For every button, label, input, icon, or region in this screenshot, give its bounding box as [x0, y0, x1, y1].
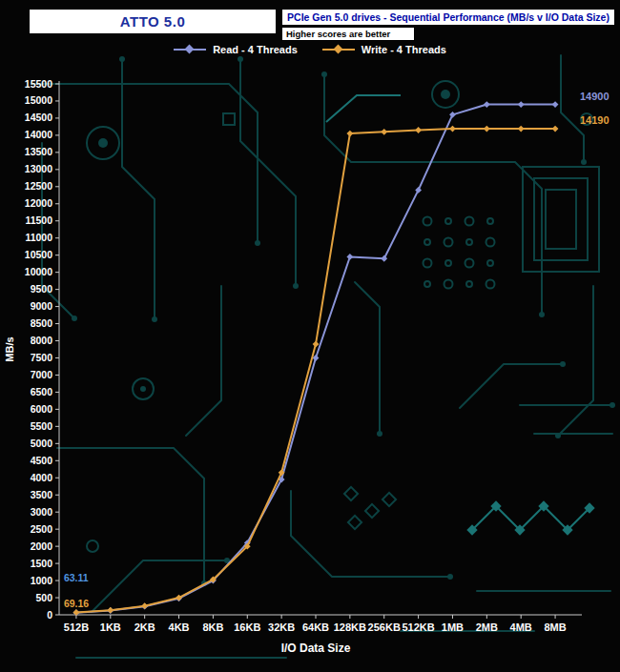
series-read: 63.1114900 [64, 91, 610, 617]
svg-text:1000: 1000 [31, 575, 53, 586]
svg-text:512B: 512B [64, 621, 89, 633]
performance-line-chart: 0500100015002000250030003500400045005000… [0, 0, 620, 672]
svg-text:6500: 6500 [31, 386, 53, 397]
svg-text:9500: 9500 [31, 283, 53, 295]
axis-tick-labels: 0500100015002000250030003500400045005000… [25, 78, 567, 634]
svg-text:2KB: 2KB [134, 621, 155, 633]
end-value-label: 14900 [580, 91, 610, 102]
svg-text:5000: 5000 [31, 438, 53, 449]
svg-text:4KB: 4KB [169, 621, 190, 633]
start-value-label: 69.16 [64, 598, 89, 609]
svg-text:14000: 14000 [25, 129, 52, 140]
svg-text:16KB: 16KB [234, 621, 260, 633]
svg-text:6000: 6000 [31, 403, 53, 415]
svg-text:7000: 7000 [31, 369, 53, 380]
svg-text:5500: 5500 [31, 420, 53, 432]
svg-text:2MB: 2MB [476, 621, 498, 633]
x-axis-title: I/O Data Size [281, 641, 351, 655]
svg-text:1MB: 1MB [442, 621, 464, 633]
svg-text:500: 500 [35, 592, 52, 603]
svg-text:15500: 15500 [25, 78, 52, 90]
svg-text:2000: 2000 [31, 540, 53, 552]
svg-text:2500: 2500 [31, 523, 53, 535]
svg-text:9000: 9000 [31, 300, 53, 312]
svg-text:8KB: 8KB [202, 621, 223, 633]
svg-text:1500: 1500 [31, 558, 53, 569]
start-value-label: 63.11 [64, 572, 89, 583]
svg-text:0: 0 [47, 609, 52, 621]
svg-text:12000: 12000 [25, 197, 52, 209]
svg-text:11000: 11000 [25, 232, 52, 243]
svg-text:8000: 8000 [31, 335, 53, 346]
svg-text:64KB: 64KB [302, 621, 329, 633]
svg-text:3000: 3000 [31, 506, 53, 518]
page-root: { "colors": { "title_text": "#1b2f9e", "… [0, 0, 620, 672]
svg-text:3500: 3500 [31, 489, 53, 500]
svg-text:10000: 10000 [25, 266, 52, 277]
svg-text:256KB: 256KB [368, 621, 401, 633]
svg-text:7500: 7500 [31, 352, 53, 363]
svg-text:128KB: 128KB [334, 621, 366, 633]
svg-text:4MB: 4MB [510, 621, 532, 633]
svg-text:13000: 13000 [25, 163, 52, 174]
svg-text:12500: 12500 [25, 180, 52, 192]
svg-text:32KB: 32KB [268, 621, 295, 633]
svg-text:512KB: 512KB [402, 621, 434, 633]
svg-text:15000: 15000 [25, 94, 52, 106]
svg-text:1KB: 1KB [100, 621, 121, 633]
series-write: 69.1614190 [64, 114, 610, 616]
svg-text:8MB: 8MB [544, 621, 566, 633]
svg-text:8500: 8500 [31, 317, 53, 329]
svg-text:10500: 10500 [25, 249, 52, 260]
svg-text:4000: 4000 [31, 472, 53, 483]
svg-text:11500: 11500 [25, 214, 52, 226]
svg-text:13500: 13500 [25, 146, 52, 157]
y-axis-title: MB/s [4, 336, 15, 361]
end-value-label: 14190 [580, 114, 610, 126]
svg-text:4500: 4500 [31, 455, 53, 466]
svg-text:14500: 14500 [25, 112, 52, 123]
